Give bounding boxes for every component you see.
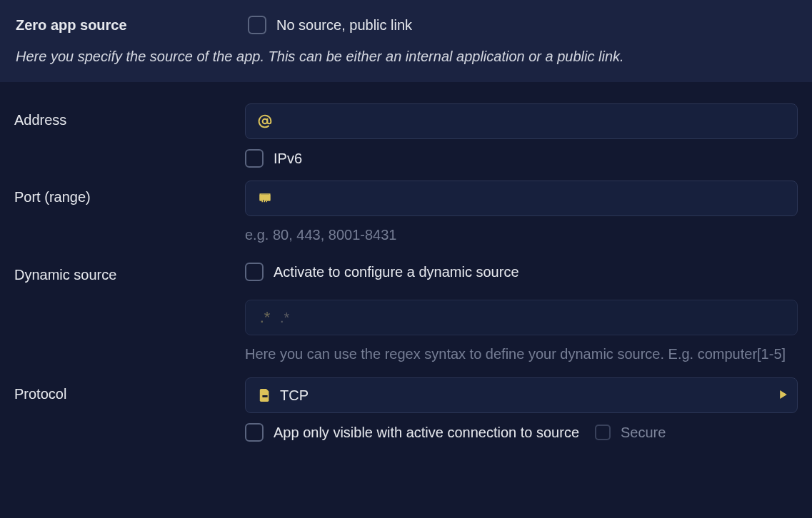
ethernet-icon	[256, 193, 274, 203]
activate-checkbox[interactable]	[245, 263, 264, 281]
protocol-select[interactable]: 01 TCP	[245, 377, 798, 413]
port-label: Port (range)	[14, 181, 245, 245]
ipv6-label: IPv6	[274, 151, 302, 167]
no-source-option: No source, public link	[248, 16, 412, 34]
port-row: Port (range) e.g. 80, 443, 8001-8431	[14, 181, 798, 245]
svg-text:01: 01	[263, 395, 266, 398]
form-header: Zero app source No source, public link H…	[0, 0, 812, 82]
address-input[interactable]	[274, 104, 787, 138]
section-description: Here you specify the source of the app. …	[16, 49, 798, 65]
svg-rect-2	[262, 200, 264, 202]
port-input[interactable]	[274, 181, 787, 215]
no-source-label: No source, public link	[276, 17, 412, 34]
port-hint: e.g. 80, 443, 8001-8431	[245, 225, 798, 245]
regex-icon: .*	[256, 308, 274, 327]
visible-label: App only visible with active connection …	[274, 425, 579, 441]
protocol-label: Protocol	[14, 377, 245, 442]
port-input-wrap[interactable]	[245, 181, 798, 216]
activate-option: Activate to configure a dynamic source	[245, 263, 798, 281]
document-icon: 01	[256, 389, 274, 402]
section-title: Zero app source	[16, 17, 248, 34]
form-body: Address IPv6 Port (range) e.g. 80	[0, 82, 812, 469]
address-label: Address	[14, 103, 245, 168]
regex-input[interactable]	[274, 300, 787, 335]
svg-rect-1	[260, 195, 271, 200]
at-icon	[256, 114, 274, 128]
svg-rect-3	[264, 200, 266, 202]
no-source-checkbox[interactable]	[248, 16, 266, 34]
address-row: Address IPv6	[14, 103, 798, 168]
regex-input-wrap: .*	[245, 300, 798, 335]
address-input-wrap[interactable]	[245, 103, 798, 139]
protocol-row: Protocol 01 TCP App only visible with ac…	[14, 377, 798, 442]
ipv6-checkbox[interactable]	[245, 149, 264, 168]
protocol-options: App only visible with active connection …	[245, 423, 798, 442]
activate-label: Activate to configure a dynamic source	[274, 264, 519, 280]
dynamic-row: Dynamic source Activate to configure a d…	[14, 258, 798, 365]
secure-checkbox[interactable]	[595, 425, 611, 440]
visible-checkbox[interactable]	[245, 423, 264, 442]
chevron-right-icon	[780, 390, 787, 401]
protocol-value: TCP	[274, 378, 780, 412]
ipv6-option: IPv6	[245, 149, 798, 168]
secure-label: Secure	[621, 425, 666, 441]
regex-hint: Here you can use the regex syntax to def…	[245, 344, 798, 365]
svg-rect-4	[266, 200, 268, 202]
dynamic-label: Dynamic source	[14, 258, 245, 365]
